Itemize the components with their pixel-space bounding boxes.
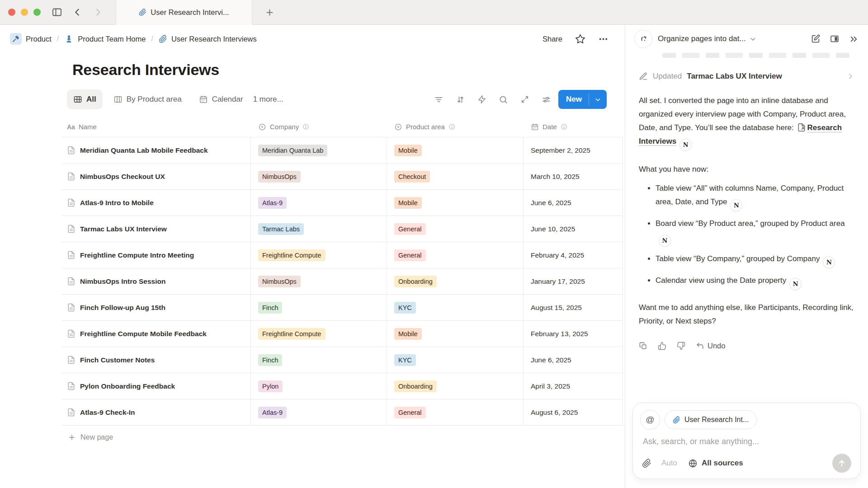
company-tag[interactable]: Tarmac Labs (258, 223, 304, 235)
view-tab-by-product-area[interactable]: By Product area (107, 89, 188, 109)
close-window-button[interactable] (8, 9, 15, 16)
row-date[interactable]: February 4, 2025 (531, 251, 584, 259)
product-area-tag[interactable]: Mobile (394, 328, 422, 340)
view-tab-all[interactable]: All (67, 89, 103, 109)
back-icon[interactable] (72, 7, 82, 17)
row-name[interactable]: Pylon Onboarding Feedback (80, 382, 175, 390)
table-row[interactable]: Freightline Compute Intro Meeting Freigh… (61, 242, 623, 268)
table-row[interactable]: Tarmac Labs UX Interview Tarmac Labs Gen… (61, 216, 623, 242)
breadcrumb-item-product-team-home[interactable]: Product Team Home (64, 34, 146, 44)
mode-selector[interactable]: Auto (661, 459, 677, 468)
notion-page-chip[interactable]: N (659, 235, 671, 247)
company-tag[interactable]: Atlas-9 (258, 407, 287, 418)
row-date[interactable]: March 10, 2025 (531, 173, 580, 181)
row-name[interactable]: Finch Customer Notes (80, 356, 155, 364)
context-page-chip[interactable]: User Research Int... (665, 410, 757, 429)
table-row[interactable]: Finch Customer Notes Finch KYC June 6, 2… (61, 347, 623, 373)
zoom-window-button[interactable] (33, 9, 41, 16)
company-tag[interactable]: NimbusOps (258, 171, 301, 183)
panel-layout-icon[interactable] (830, 34, 840, 44)
row-date[interactable]: January 17, 2025 (531, 277, 585, 286)
chevron-down-icon[interactable] (589, 90, 607, 109)
company-tag[interactable]: Freightline Compute (258, 328, 326, 340)
product-area-tag[interactable]: Checkout (394, 171, 430, 183)
mention-button[interactable]: @ (640, 410, 660, 430)
minimize-window-button[interactable] (21, 9, 28, 16)
product-area-tag[interactable]: General (394, 223, 426, 235)
undo-button[interactable]: Undo (696, 339, 725, 352)
row-name[interactable]: Finch Follow-up Aug 15th (80, 304, 165, 312)
row-date[interactable]: February 13, 2025 (531, 330, 588, 338)
row-name[interactable]: Freightline Compute Mobile Feedback (80, 330, 207, 338)
product-area-tag[interactable]: KYC (394, 354, 416, 366)
collapse-panel-chevrons-icon[interactable] (849, 34, 859, 44)
row-name[interactable]: Tarmac Labs UX Interview (80, 225, 167, 233)
row-name[interactable]: Freightline Compute Intro Meeting (80, 251, 194, 259)
ai-prompt-input[interactable] (643, 437, 856, 446)
product-area-tag[interactable]: Mobile (394, 197, 422, 209)
row-date[interactable]: June 10, 2025 (531, 225, 575, 233)
company-tag[interactable]: Meridian Quanta Lab (258, 145, 327, 156)
more-options-icon[interactable] (598, 34, 609, 44)
new-tab-button[interactable] (265, 8, 274, 17)
updated-page-card[interactable]: Updated Tarmac Labs UX Interview (639, 70, 854, 83)
share-button[interactable]: Share (542, 35, 562, 43)
new-chat-compose-icon[interactable] (811, 34, 821, 44)
copy-icon[interactable] (639, 342, 647, 350)
company-tag[interactable]: Freightline Compute (258, 249, 326, 261)
company-tag[interactable]: Atlas-9 (258, 197, 287, 209)
table-row[interactable]: NimbusOps Intro Session NimbusOps Onboar… (61, 268, 623, 295)
table-row[interactable]: NimbusOps Checkout UX NimbusOps Checkout… (61, 164, 623, 190)
breadcrumb-item-product[interactable]: Product (10, 33, 52, 45)
column-header-company[interactable]: Company (250, 117, 387, 137)
more-views-button[interactable]: 1 more... (250, 95, 287, 104)
product-area-tag[interactable]: Mobile (394, 145, 422, 156)
notion-page-chip[interactable]: N (730, 199, 742, 211)
browser-tab[interactable]: User Research Intervi... (116, 0, 252, 25)
notion-page-chip[interactable]: N (823, 256, 835, 268)
product-area-tag[interactable]: Onboarding (394, 380, 437, 392)
row-date[interactable]: June 6, 2025 (531, 199, 571, 207)
row-name[interactable]: Atlas-9 Check-In (80, 408, 135, 417)
send-button[interactable] (832, 454, 851, 473)
row-name[interactable]: NimbusOps Checkout UX (80, 173, 165, 181)
expand-icon[interactable] (520, 95, 529, 104)
notion-page-chip[interactable]: N (789, 278, 802, 290)
new-button-label[interactable]: New (558, 90, 589, 109)
search-icon[interactable] (499, 95, 508, 104)
product-area-tag[interactable]: Onboarding (394, 276, 437, 287)
table-row[interactable]: Finch Follow-up Aug 15th Finch KYC Augus… (61, 295, 623, 321)
sources-selector[interactable]: All sources (688, 459, 743, 468)
company-tag[interactable]: Finch (258, 302, 282, 314)
table-row[interactable]: Atlas-9 Check-In Atlas-9 General August … (61, 399, 623, 426)
row-date[interactable]: April 3, 2025 (531, 382, 570, 390)
chevron-down-icon[interactable] (749, 35, 757, 43)
company-tag[interactable]: Pylon (258, 380, 283, 392)
thumbs-up-icon[interactable] (658, 342, 666, 350)
company-tag[interactable]: NimbusOps (258, 276, 301, 287)
table-row[interactable]: Atlas-9 Intro to Mobile Atlas-9 Mobile J… (61, 190, 623, 216)
row-name[interactable]: Atlas-9 Intro to Mobile (80, 199, 154, 207)
row-name[interactable]: Meridian Quanta Lab Mobile Feedback (80, 146, 208, 155)
product-area-tag[interactable]: General (394, 407, 426, 418)
row-date[interactable]: June 6, 2025 (531, 356, 571, 364)
table-row[interactable]: Freightline Compute Mobile Feedback Frei… (61, 321, 623, 347)
product-area-tag[interactable]: KYC (394, 302, 416, 314)
notion-page-chip[interactable]: N (679, 139, 692, 151)
ai-thread-title[interactable]: Organize pages into dat... (658, 34, 746, 43)
forward-icon[interactable] (93, 7, 103, 17)
table-row[interactable]: Meridian Quanta Lab Mobile Feedback Meri… (61, 137, 623, 164)
row-date[interactable]: August 15, 2025 (531, 304, 582, 312)
view-tab-calendar[interactable]: Calendar (193, 89, 250, 109)
product-area-tag[interactable]: General (394, 249, 426, 261)
row-date[interactable]: August 6, 2025 (531, 408, 578, 417)
column-header-name[interactable]: Aa Name (61, 117, 250, 137)
column-header-product-area[interactable]: Product area (387, 117, 523, 137)
breadcrumb-item-user-research-interviews[interactable]: User Research Interviews (159, 35, 257, 43)
favorite-star-icon[interactable] (575, 34, 585, 44)
column-header-date[interactable]: Date (523, 117, 623, 137)
thumbs-down-icon[interactable] (677, 342, 685, 350)
info-icon[interactable] (302, 123, 309, 130)
sort-icon[interactable] (456, 95, 465, 104)
attach-paperclip-icon[interactable] (642, 459, 651, 468)
